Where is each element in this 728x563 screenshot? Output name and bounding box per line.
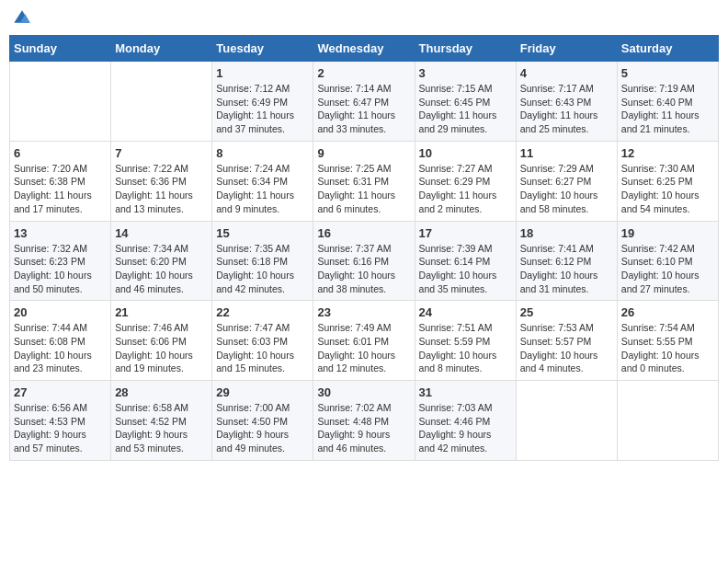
week-row-1: 1Sunrise: 7:12 AM Sunset: 6:49 PM Daylig… bbox=[10, 62, 719, 142]
day-cell: 28Sunrise: 6:58 AM Sunset: 4:52 PM Dayli… bbox=[111, 381, 212, 461]
day-cell: 2Sunrise: 7:14 AM Sunset: 6:47 PM Daylig… bbox=[313, 62, 415, 142]
day-detail: Sunrise: 7:32 AM Sunset: 6:23 PM Dayligh… bbox=[14, 242, 107, 296]
day-number: 14 bbox=[115, 226, 208, 240]
day-number: 16 bbox=[317, 226, 410, 240]
day-detail: Sunrise: 7:37 AM Sunset: 6:16 PM Dayligh… bbox=[317, 242, 410, 296]
header-day-friday: Friday bbox=[516, 36, 617, 62]
day-number: 26 bbox=[621, 305, 714, 319]
day-number: 1 bbox=[216, 66, 309, 80]
day-detail: Sunrise: 7:51 AM Sunset: 5:59 PM Dayligh… bbox=[419, 321, 512, 375]
day-detail: Sunrise: 7:20 AM Sunset: 6:38 PM Dayligh… bbox=[14, 162, 107, 216]
day-detail: Sunrise: 7:53 AM Sunset: 5:57 PM Dayligh… bbox=[520, 321, 613, 375]
day-number: 28 bbox=[115, 385, 208, 399]
day-detail: Sunrise: 7:34 AM Sunset: 6:20 PM Dayligh… bbox=[115, 242, 208, 296]
day-number: 4 bbox=[520, 66, 613, 80]
day-detail: Sunrise: 6:58 AM Sunset: 4:52 PM Dayligh… bbox=[115, 401, 208, 455]
day-cell: 7Sunrise: 7:22 AM Sunset: 6:36 PM Daylig… bbox=[111, 141, 212, 221]
day-number: 12 bbox=[621, 146, 714, 160]
day-number: 24 bbox=[419, 305, 512, 319]
day-cell: 1Sunrise: 7:12 AM Sunset: 6:49 PM Daylig… bbox=[212, 62, 313, 142]
day-number: 18 bbox=[520, 226, 613, 240]
day-number: 27 bbox=[14, 385, 107, 399]
day-detail: Sunrise: 7:17 AM Sunset: 6:43 PM Dayligh… bbox=[520, 82, 613, 136]
header-day-tuesday: Tuesday bbox=[212, 36, 313, 62]
header-day-monday: Monday bbox=[111, 36, 212, 62]
day-detail: Sunrise: 7:12 AM Sunset: 6:49 PM Dayligh… bbox=[216, 82, 309, 136]
day-number: 2 bbox=[317, 66, 410, 80]
day-number: 20 bbox=[14, 305, 107, 319]
calendar-body: 1Sunrise: 7:12 AM Sunset: 6:49 PM Daylig… bbox=[10, 62, 719, 461]
day-cell: 15Sunrise: 7:35 AM Sunset: 6:18 PM Dayli… bbox=[212, 221, 313, 301]
day-detail: Sunrise: 7:47 AM Sunset: 6:03 PM Dayligh… bbox=[216, 321, 309, 375]
day-number: 29 bbox=[216, 385, 309, 399]
day-cell: 11Sunrise: 7:29 AM Sunset: 6:27 PM Dayli… bbox=[516, 141, 617, 221]
day-detail: Sunrise: 7:41 AM Sunset: 6:12 PM Dayligh… bbox=[520, 242, 613, 296]
day-number: 6 bbox=[14, 146, 107, 160]
day-cell: 25Sunrise: 7:53 AM Sunset: 5:57 PM Dayli… bbox=[516, 301, 617, 381]
header-day-sunday: Sunday bbox=[10, 36, 111, 62]
day-detail: Sunrise: 7:46 AM Sunset: 6:06 PM Dayligh… bbox=[115, 321, 208, 375]
day-cell: 9Sunrise: 7:25 AM Sunset: 6:31 PM Daylig… bbox=[313, 141, 415, 221]
day-cell: 30Sunrise: 7:02 AM Sunset: 4:48 PM Dayli… bbox=[313, 381, 415, 461]
week-row-4: 20Sunrise: 7:44 AM Sunset: 6:08 PM Dayli… bbox=[10, 301, 719, 381]
day-number: 11 bbox=[520, 146, 613, 160]
day-cell: 19Sunrise: 7:42 AM Sunset: 6:10 PM Dayli… bbox=[617, 221, 718, 301]
day-detail: Sunrise: 7:19 AM Sunset: 6:40 PM Dayligh… bbox=[621, 82, 714, 136]
day-number: 8 bbox=[216, 146, 309, 160]
day-number: 19 bbox=[621, 226, 714, 240]
day-detail: Sunrise: 7:39 AM Sunset: 6:14 PM Dayligh… bbox=[419, 242, 512, 296]
day-cell bbox=[516, 381, 617, 461]
day-number: 3 bbox=[419, 66, 512, 80]
day-number: 13 bbox=[14, 226, 107, 240]
day-number: 9 bbox=[317, 146, 410, 160]
logo bbox=[13, 9, 33, 28]
day-detail: Sunrise: 7:02 AM Sunset: 4:48 PM Dayligh… bbox=[317, 401, 410, 455]
day-detail: Sunrise: 7:03 AM Sunset: 4:46 PM Dayligh… bbox=[419, 401, 512, 455]
day-cell: 6Sunrise: 7:20 AM Sunset: 6:38 PM Daylig… bbox=[10, 141, 111, 221]
day-cell bbox=[617, 381, 718, 461]
day-number: 7 bbox=[115, 146, 208, 160]
day-number: 5 bbox=[621, 66, 714, 80]
day-detail: Sunrise: 7:30 AM Sunset: 6:25 PM Dayligh… bbox=[621, 162, 714, 216]
day-detail: Sunrise: 7:42 AM Sunset: 6:10 PM Dayligh… bbox=[621, 242, 714, 296]
day-cell: 27Sunrise: 6:56 AM Sunset: 4:53 PM Dayli… bbox=[10, 381, 111, 461]
day-cell bbox=[111, 62, 212, 142]
day-detail: Sunrise: 7:24 AM Sunset: 6:34 PM Dayligh… bbox=[216, 162, 309, 216]
day-number: 30 bbox=[317, 385, 410, 399]
day-cell: 21Sunrise: 7:46 AM Sunset: 6:06 PM Dayli… bbox=[111, 301, 212, 381]
week-row-2: 6Sunrise: 7:20 AM Sunset: 6:38 PM Daylig… bbox=[10, 141, 719, 221]
day-cell bbox=[10, 62, 111, 142]
day-number: 25 bbox=[520, 305, 613, 319]
day-cell: 14Sunrise: 7:34 AM Sunset: 6:20 PM Dayli… bbox=[111, 221, 212, 301]
week-row-3: 13Sunrise: 7:32 AM Sunset: 6:23 PM Dayli… bbox=[10, 221, 719, 301]
calendar-header: SundayMondayTuesdayWednesdayThursdayFrid… bbox=[10, 36, 719, 62]
day-cell: 23Sunrise: 7:49 AM Sunset: 6:01 PM Dayli… bbox=[313, 301, 415, 381]
day-cell: 29Sunrise: 7:00 AM Sunset: 4:50 PM Dayli… bbox=[212, 381, 313, 461]
calendar-table: SundayMondayTuesdayWednesdayThursdayFrid… bbox=[9, 35, 719, 461]
day-detail: Sunrise: 7:49 AM Sunset: 6:01 PM Dayligh… bbox=[317, 321, 410, 375]
header-day-wednesday: Wednesday bbox=[313, 36, 415, 62]
day-number: 15 bbox=[216, 226, 309, 240]
day-cell: 20Sunrise: 7:44 AM Sunset: 6:08 PM Dayli… bbox=[10, 301, 111, 381]
day-detail: Sunrise: 7:44 AM Sunset: 6:08 PM Dayligh… bbox=[14, 321, 107, 375]
day-detail: Sunrise: 7:00 AM Sunset: 4:50 PM Dayligh… bbox=[216, 401, 309, 455]
day-cell: 22Sunrise: 7:47 AM Sunset: 6:03 PM Dayli… bbox=[212, 301, 313, 381]
day-cell: 12Sunrise: 7:30 AM Sunset: 6:25 PM Dayli… bbox=[617, 141, 718, 221]
day-detail: Sunrise: 7:14 AM Sunset: 6:47 PM Dayligh… bbox=[317, 82, 410, 136]
day-cell: 5Sunrise: 7:19 AM Sunset: 6:40 PM Daylig… bbox=[617, 62, 718, 142]
day-detail: Sunrise: 7:25 AM Sunset: 6:31 PM Dayligh… bbox=[317, 162, 410, 216]
day-number: 23 bbox=[317, 305, 410, 319]
day-cell: 8Sunrise: 7:24 AM Sunset: 6:34 PM Daylig… bbox=[212, 141, 313, 221]
day-cell: 18Sunrise: 7:41 AM Sunset: 6:12 PM Dayli… bbox=[516, 221, 617, 301]
day-cell: 13Sunrise: 7:32 AM Sunset: 6:23 PM Dayli… bbox=[10, 221, 111, 301]
day-number: 31 bbox=[419, 385, 512, 399]
header-row: SundayMondayTuesdayWednesdayThursdayFrid… bbox=[10, 36, 719, 62]
day-cell: 24Sunrise: 7:51 AM Sunset: 5:59 PM Dayli… bbox=[415, 301, 516, 381]
header-day-thursday: Thursday bbox=[415, 36, 516, 62]
day-number: 22 bbox=[216, 305, 309, 319]
week-row-5: 27Sunrise: 6:56 AM Sunset: 4:53 PM Dayli… bbox=[10, 381, 719, 461]
day-cell: 16Sunrise: 7:37 AM Sunset: 6:16 PM Dayli… bbox=[313, 221, 415, 301]
page-header bbox=[9, 9, 719, 28]
day-cell: 10Sunrise: 7:27 AM Sunset: 6:29 PM Dayli… bbox=[415, 141, 516, 221]
day-cell: 31Sunrise: 7:03 AM Sunset: 4:46 PM Dayli… bbox=[415, 381, 516, 461]
